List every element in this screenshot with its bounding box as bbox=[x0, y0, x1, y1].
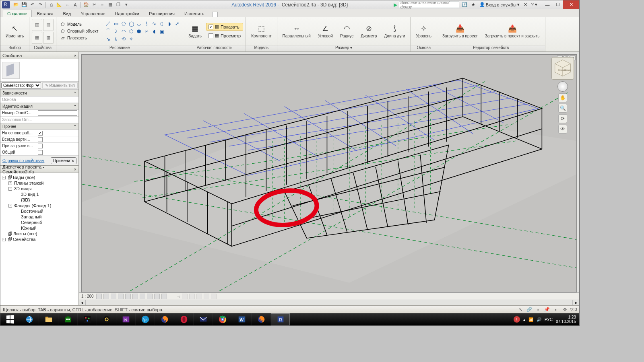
taskbar-explorer-icon[interactable] bbox=[39, 313, 58, 325]
open-icon[interactable]: 📂 bbox=[12, 1, 20, 8]
taskbar-mail-icon[interactable] bbox=[194, 313, 213, 325]
property-value[interactable]: ✔ bbox=[37, 130, 78, 136]
tree-node[interactable]: {3D} bbox=[1, 197, 78, 203]
save-icon[interactable]: 💾 bbox=[21, 1, 28, 8]
favorite-icon[interactable]: ★ bbox=[470, 2, 477, 7]
load-close-button[interactable]: 📤Загрузить в проект и закрыть bbox=[482, 19, 543, 44]
draw-row3-c[interactable]: ⟲ bbox=[120, 36, 127, 42]
select-links-icon[interactable]: 🔗 bbox=[526, 307, 533, 313]
taskbar-store-icon[interactable] bbox=[58, 313, 78, 325]
tree-node[interactable]: Северный bbox=[1, 220, 78, 225]
scale-control[interactable]: 1 : 200 bbox=[81, 294, 94, 298]
property-value[interactable] bbox=[37, 149, 78, 155]
start-button[interactable] bbox=[0, 313, 20, 325]
tray-volume-icon[interactable]: 🔊 bbox=[537, 317, 541, 322]
section-icon[interactable]: ✂ bbox=[91, 1, 98, 8]
measure-icon[interactable]: 📐 bbox=[56, 1, 63, 8]
shadows-icon[interactable] bbox=[118, 294, 124, 299]
zoom-tool-icon[interactable]: 🔍 bbox=[558, 104, 567, 113]
tree-node[interactable]: -3D виды bbox=[1, 186, 78, 191]
spline-pts-tool[interactable]: ∾ bbox=[143, 28, 150, 35]
line-tool[interactable]: ／ bbox=[105, 21, 111, 27]
pick-face-tool[interactable]: ▣ bbox=[159, 28, 165, 35]
tree-node[interactable]: -Фасады (Фасад 1) bbox=[1, 203, 78, 208]
draw-row3-a[interactable]: ↘ bbox=[105, 36, 111, 42]
radial-dim-button[interactable]: ◠Радиус bbox=[337, 19, 356, 44]
sun-path-icon[interactable] bbox=[111, 294, 116, 299]
ellipse-tool[interactable]: ⬯ bbox=[159, 21, 165, 27]
tab-extensions[interactable]: Расширения bbox=[144, 10, 179, 17]
property-group-header[interactable]: Идентификация ⌃ bbox=[0, 103, 78, 110]
thin-lines-icon[interactable]: ≡ bbox=[99, 1, 106, 8]
qat-dropdown-icon[interactable]: ▾ bbox=[123, 1, 130, 8]
taskbar-opera-icon[interactable] bbox=[174, 313, 194, 325]
inscribed-poly-tool[interactable]: ⬡ bbox=[128, 28, 134, 35]
ribbon-options-button[interactable] bbox=[212, 12, 218, 17]
visual-style-icon[interactable] bbox=[103, 294, 109, 299]
draw-row3-d[interactable]: ✧ bbox=[128, 36, 134, 42]
tray-language[interactable]: РУС bbox=[545, 317, 553, 322]
text-icon[interactable]: A bbox=[72, 1, 79, 8]
diameter-dim-button[interactable]: ⊘Диаметр bbox=[358, 19, 380, 44]
tray-action-center-icon[interactable]: ! bbox=[514, 316, 520, 323]
property-value[interactable] bbox=[37, 143, 78, 149]
taskbar-revit-icon[interactable]: R bbox=[271, 313, 290, 325]
tree-expander-icon[interactable]: - bbox=[8, 204, 12, 208]
tray-expand-icon[interactable]: ▴ bbox=[523, 317, 525, 322]
tab-addins[interactable]: Надстройки bbox=[111, 10, 144, 17]
workplane-viewer-button[interactable]: ▦Просмотр bbox=[206, 32, 243, 39]
print-icon[interactable]: ⎙ bbox=[47, 1, 55, 8]
taskbar-hp-icon[interactable]: hp bbox=[136, 313, 155, 325]
tree-node[interactable]: -🗐 Виды (все) bbox=[1, 175, 78, 180]
signin-button[interactable]: 👤 Вход в службы ▾ bbox=[478, 2, 521, 7]
set-plane-button[interactable]: ▦Задать bbox=[186, 19, 204, 44]
tree-node[interactable]: Восточный bbox=[1, 208, 78, 214]
select-underlay-icon[interactable]: ▫ bbox=[535, 307, 541, 313]
partial-ellipse-tool[interactable]: ◖ bbox=[151, 28, 157, 35]
3d-viewport[interactable]: — ❐ ✕ bbox=[81, 54, 577, 292]
tab-manage[interactable]: Управление bbox=[76, 10, 109, 17]
properties-button[interactable]: ▥ bbox=[32, 19, 42, 31]
component-button[interactable]: ⬚Компонент bbox=[248, 19, 274, 44]
rendering-icon[interactable] bbox=[125, 294, 131, 299]
type-selector[interactable]: Семейство: Фор bbox=[1, 82, 41, 88]
taskbar-firefox-1[interactable] bbox=[155, 313, 174, 325]
circum-poly-tool[interactable]: ⬢ bbox=[136, 28, 142, 35]
property-value[interactable] bbox=[37, 136, 78, 142]
subscription-icon[interactable]: 🔃 bbox=[460, 2, 469, 7]
arc3pt-tool[interactable]: ◡ bbox=[136, 21, 142, 27]
pan-tool-icon[interactable]: ✋ bbox=[558, 93, 567, 102]
select-pinned-icon[interactable]: 📌 bbox=[544, 307, 550, 313]
project-browser-tree[interactable]: -🗐 Виды (все)+Планы этажей-3D виды3D вид… bbox=[0, 173, 78, 305]
look-tool-icon[interactable]: 👁 bbox=[558, 125, 567, 134]
close-hidden-icon[interactable]: ▦ bbox=[107, 1, 114, 8]
undo-icon[interactable]: ↶ bbox=[29, 1, 36, 8]
rect-tool[interactable]: ▭ bbox=[113, 21, 119, 27]
infocenter-play-icon[interactable]: ▶ bbox=[394, 2, 397, 8]
taskbar-onenote-icon[interactable]: N bbox=[116, 313, 136, 325]
reference-line-button[interactable]: ⬠Опорный объект bbox=[59, 28, 99, 35]
tree-node[interactable]: +🗐 Семейства bbox=[1, 237, 78, 242]
reveal-hidden-icon[interactable] bbox=[161, 294, 167, 299]
orbit-tool-icon[interactable]: ⟳ bbox=[558, 114, 567, 123]
search-input[interactable]: Введите ключевое слово/фразу bbox=[399, 2, 459, 8]
horizontal-scrollbar[interactable]: ◂ ▸ bbox=[79, 300, 579, 305]
select-face-icon[interactable]: ▪ bbox=[553, 307, 559, 313]
fillet-arc-tool[interactable]: ⌒ bbox=[105, 28, 111, 35]
tree-expander-icon[interactable]: + bbox=[2, 238, 6, 241]
properties-close-icon[interactable]: × bbox=[74, 53, 76, 58]
taskbar-ie-icon[interactable] bbox=[20, 313, 39, 325]
switch-windows-icon[interactable]: ❐ bbox=[115, 1, 122, 8]
draw-row3-b[interactable]: ⤹ bbox=[113, 36, 119, 42]
properties-b3[interactable]: ▧ bbox=[43, 32, 54, 44]
tree-expander-icon[interactable]: + bbox=[8, 181, 12, 185]
browser-close-icon[interactable]: × bbox=[74, 167, 76, 172]
lock-3d-icon[interactable] bbox=[147, 294, 153, 299]
tree-node[interactable]: 🗐 Листы (все) bbox=[1, 231, 78, 237]
tree-node[interactable]: Южный bbox=[1, 225, 78, 231]
tab-create[interactable]: Создание bbox=[3, 10, 32, 17]
poly-tool[interactable]: ⬠ bbox=[120, 21, 127, 27]
reference-plane-button[interactable]: ▱Плоскость bbox=[59, 35, 99, 41]
circle-tool[interactable]: ◯ bbox=[128, 21, 134, 27]
press-drag-icon[interactable]: ⤡ bbox=[517, 307, 524, 313]
